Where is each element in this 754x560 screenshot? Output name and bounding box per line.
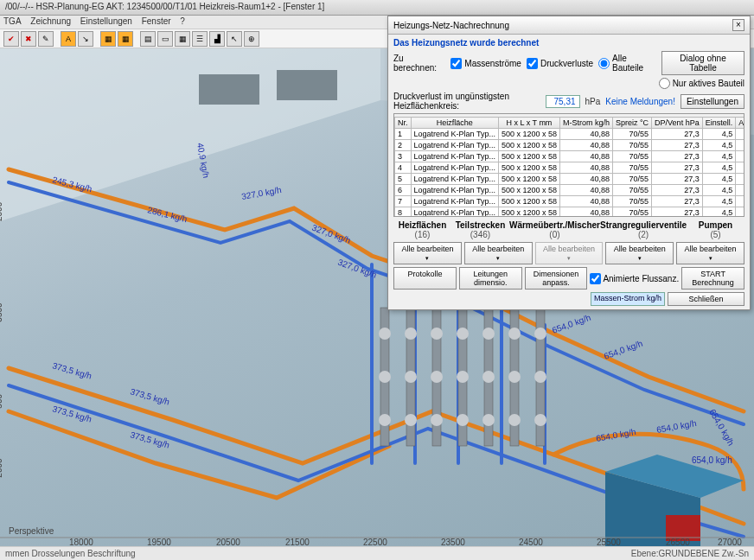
svg-point-30 bbox=[508, 414, 521, 426]
window-title-bar: /00/--/-- HSR-Planung-EG AKT: 1234500/00… bbox=[0, 0, 754, 16]
tool-arrow-icon[interactable]: ↘ bbox=[78, 31, 93, 47]
table-row[interactable]: 3Logatrend K-Plan Typ...500 x 1200 x 584… bbox=[395, 151, 745, 162]
radio-all[interactable]: Alle Bauteile bbox=[598, 54, 656, 73]
menu-fenster[interactable]: Fenster bbox=[142, 16, 171, 26]
table-row[interactable]: 7Logatrend K-Plan Typ...500 x 1200 x 584… bbox=[395, 196, 745, 207]
tool-check-icon[interactable]: ✔ bbox=[3, 31, 19, 47]
svg-point-14 bbox=[457, 328, 469, 340]
section-header: Pumpen(5) bbox=[687, 220, 744, 239]
svg-point-16 bbox=[508, 328, 521, 340]
btn-leitungen[interactable]: Leitungen dimensio. bbox=[459, 267, 522, 290]
svg-text:21500: 21500 bbox=[285, 538, 310, 546]
tool-edit-icon[interactable]: ✎ bbox=[38, 31, 54, 47]
svg-point-20 bbox=[431, 371, 443, 383]
svg-point-31 bbox=[534, 414, 546, 426]
svg-text:19500: 19500 bbox=[147, 538, 171, 546]
col-header[interactable]: Ausl.-WL W bbox=[736, 118, 744, 129]
svg-text:23500: 23500 bbox=[441, 538, 465, 546]
tool-stairs-icon[interactable]: ▟ bbox=[209, 31, 225, 47]
btn-dimension[interactable]: Dimensionen anpass. bbox=[525, 267, 588, 290]
svg-text:-2000: -2000 bbox=[0, 458, 3, 480]
svg-text:18000: 18000 bbox=[69, 538, 93, 546]
svg-text:2000: 2000 bbox=[0, 201, 3, 221]
col-header[interactable]: H x L x T mm bbox=[498, 118, 559, 129]
radio-active[interactable]: Nur aktives Bauteil bbox=[659, 78, 744, 89]
svg-point-18 bbox=[379, 371, 391, 383]
window-title: /00/--/-- HSR-Planung-EG AKT: 1234500/00… bbox=[5, 2, 324, 11]
btn-no-table[interactable]: Dialog ohne Tabelle bbox=[661, 51, 744, 75]
cb-mass[interactable]: Massenströme bbox=[450, 58, 521, 69]
dialog-message: Das Heizungsnetz wurde berechnet bbox=[393, 38, 744, 48]
svg-text:26500: 26500 bbox=[666, 538, 690, 546]
table-row[interactable]: 2Logatrend K-Plan Typ...500 x 1200 x 584… bbox=[395, 140, 745, 151]
tool-grid1-icon[interactable]: ▦ bbox=[100, 31, 116, 47]
svg-point-25 bbox=[379, 414, 391, 426]
btn-settings[interactable]: Einstellungen bbox=[681, 94, 744, 109]
svg-text:20500: 20500 bbox=[216, 538, 240, 546]
col-header[interactable]: DP/Vent hPa bbox=[652, 118, 703, 129]
svg-text:-3500: -3500 bbox=[0, 302, 3, 325]
svg-point-12 bbox=[405, 328, 417, 340]
btn-close[interactable]: Schließen bbox=[668, 292, 744, 306]
calc-dialog: Heizungs-Netz-Nachrechnung × Das Heizung… bbox=[387, 16, 751, 310]
svg-point-27 bbox=[431, 414, 443, 426]
tool-grid2-icon[interactable]: ▦ bbox=[118, 31, 133, 47]
btn-edit-all[interactable]: Alle bearbeiten ▾ bbox=[676, 242, 744, 264]
table-row[interactable]: 8Logatrend K-Plan Typ...500 x 1200 x 584… bbox=[395, 207, 745, 218]
tool-zoom-icon[interactable]: ⊕ bbox=[244, 31, 259, 47]
dp-label: Druckverlust im ungünstigsten Heizfläche… bbox=[393, 92, 540, 111]
section-header: Teilstrecken(346) bbox=[451, 220, 509, 239]
svg-rect-2 bbox=[199, 74, 259, 105]
svg-rect-3 bbox=[277, 70, 337, 100]
svg-point-29 bbox=[482, 414, 495, 426]
btn-start[interactable]: START Berechnung bbox=[681, 267, 744, 290]
menu-tga[interactable]: TGA bbox=[3, 16, 22, 26]
col-header[interactable]: Heizfläche bbox=[411, 118, 498, 129]
menu-einstellungen[interactable]: Einstellungen bbox=[80, 16, 132, 26]
section-header: Heizflächen(16) bbox=[393, 220, 451, 239]
table-row[interactable]: 5Logatrend K-Plan Typ...500 x 1200 x 584… bbox=[395, 174, 745, 185]
col-header[interactable]: Spreiz °C bbox=[613, 118, 652, 129]
tool-a-icon[interactable]: A bbox=[61, 31, 76, 47]
tool-cursor-icon[interactable]: ↖ bbox=[227, 31, 242, 47]
table-row[interactable]: 6Logatrend K-Plan Typ...500 x 1200 x 584… bbox=[395, 185, 745, 196]
svg-text:25500: 25500 bbox=[597, 538, 621, 546]
dp-unit: hPa bbox=[585, 97, 601, 106]
svg-text:654,0 kg/h: 654,0 kg/h bbox=[603, 339, 644, 361]
btn-edit-all[interactable]: Alle bearbeiten ▾ bbox=[605, 242, 674, 264]
status-left: mmen Drosselungen Beschriftung bbox=[5, 549, 136, 558]
col-header[interactable]: M-Strom kg/h bbox=[559, 118, 612, 129]
svg-point-24 bbox=[534, 371, 546, 383]
tool-x-icon[interactable]: ✖ bbox=[21, 31, 36, 47]
dialog-title-bar[interactable]: Heizungs-Netz-Nachrechnung × bbox=[388, 16, 750, 35]
svg-point-26 bbox=[405, 414, 417, 426]
svg-text:24500: 24500 bbox=[519, 538, 543, 546]
tool-list-icon[interactable]: ☰ bbox=[192, 31, 208, 47]
tool-cal-icon[interactable]: ▦ bbox=[175, 31, 190, 47]
cb-dp[interactable]: Druckverluste bbox=[527, 58, 593, 69]
svg-point-28 bbox=[457, 414, 469, 426]
messages-link[interactable]: Keine Meldungen! bbox=[605, 97, 675, 106]
svg-text:654,0 kg/h: 654,0 kg/h bbox=[595, 427, 636, 443]
menu-zeichnung[interactable]: Zeichnung bbox=[30, 16, 71, 26]
cb-anim[interactable]: Animierte Flussanz. bbox=[590, 267, 679, 290]
menu-help[interactable]: ? bbox=[180, 16, 185, 26]
col-header[interactable]: Einstell. bbox=[702, 118, 736, 129]
svg-text:286,1 kg/h: 286,1 kg/h bbox=[147, 205, 188, 224]
btn-edit-all[interactable]: Alle bearbeiten ▾ bbox=[464, 242, 533, 264]
close-icon[interactable]: × bbox=[732, 19, 744, 31]
results-table-wrap[interactable]: Nr.HeizflächeH x L x T mmM-Strom kg/hSpr… bbox=[393, 113, 744, 217]
mass-select[interactable]: Massen-Strom kg/h bbox=[591, 292, 665, 306]
tool-layers-icon[interactable]: ▤ bbox=[140, 31, 156, 47]
col-header[interactable]: Nr. bbox=[395, 118, 412, 129]
svg-text:327,0 kg/h: 327,0 kg/h bbox=[240, 185, 282, 201]
table-row[interactable]: 1Logatrend K-Plan Typ...500 x 1200 x 584… bbox=[395, 129, 745, 140]
table-row[interactable]: 4Logatrend K-Plan Typ...500 x 1200 x 584… bbox=[395, 162, 745, 174]
svg-text:27000: 27000 bbox=[718, 538, 742, 546]
svg-text:327,0 kg/h: 327,0 kg/h bbox=[310, 223, 352, 245]
status-right: Ebene:GRUNDEBENE Zw.-Sn bbox=[631, 549, 749, 558]
btn-protokolle[interactable]: Protokolle bbox=[393, 267, 457, 290]
tool-box-icon[interactable]: ▭ bbox=[157, 31, 173, 47]
btn-edit-all[interactable]: Alle bearbeiten ▾ bbox=[393, 242, 462, 264]
dialog-title: Heizungs-Netz-Nachrechnung bbox=[393, 21, 509, 30]
